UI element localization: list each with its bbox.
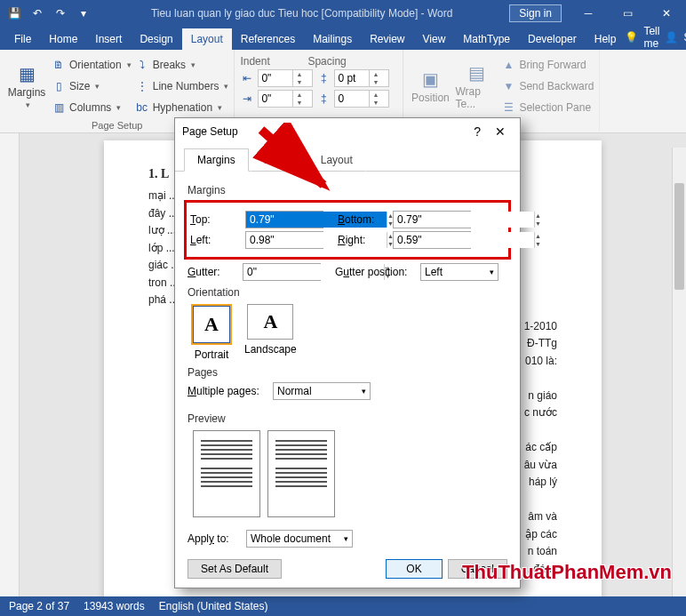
breaks-button[interactable]: ⤵Breaks▾ xyxy=(135,55,229,75)
tab-mailings[interactable]: Mailings xyxy=(304,28,361,50)
columns-button[interactable]: ▥Columns▾ xyxy=(52,98,132,117)
wrap-icon: ▤ xyxy=(468,62,485,84)
orientation-icon: 🗎 xyxy=(52,59,66,71)
orientation-section-label: Orientation xyxy=(187,286,507,299)
sign-in-button[interactable]: Sign in xyxy=(509,4,562,22)
vertical-ruler[interactable] xyxy=(0,133,20,596)
dialog-help-icon[interactable]: ? xyxy=(467,121,488,142)
page-setup-dialog: Page Setup ? ✕ Margins Paper Layout Marg… xyxy=(174,117,521,588)
position-button[interactable]: ▣Position xyxy=(409,53,451,118)
status-bar: Page 2 of 37 13943 words English (United… xyxy=(0,596,686,616)
multiple-pages-label: Multiple pages: xyxy=(187,385,267,397)
undo-icon[interactable]: ↶ xyxy=(27,3,48,24)
tab-design[interactable]: Design xyxy=(131,28,181,50)
set-default-button[interactable]: Set As Default xyxy=(187,559,282,579)
right-label: Right: xyxy=(338,234,387,246)
indent-left-input[interactable]: ▲▼ xyxy=(258,69,313,87)
landscape-option[interactable]: ALandscape xyxy=(244,304,297,361)
hyphenation-button[interactable]: bcHyphenation▾ xyxy=(135,98,229,117)
preview-area xyxy=(193,430,507,517)
top-label: Top: xyxy=(190,213,240,226)
dialog-tab-layout[interactable]: Layout xyxy=(307,148,366,172)
apply-to-label: Apply to: xyxy=(187,532,241,545)
tab-layout[interactable]: Layout xyxy=(182,28,232,50)
close-icon[interactable]: ✕ xyxy=(647,0,686,27)
top-input[interactable]: ▲▼ xyxy=(245,211,323,228)
space-after-icon: ‡ xyxy=(316,92,331,105)
dialog-tab-paper[interactable]: Paper xyxy=(251,148,306,172)
tab-developer[interactable]: Developer xyxy=(519,28,586,50)
tellme-icon: 💡 xyxy=(625,31,638,44)
tab-mathtype[interactable]: MathType xyxy=(454,28,519,50)
preview-page-2 xyxy=(267,430,335,517)
titlebar: 💾 ↶ ↷ ▾ Tieu luan quan ly giao duc Tieu … xyxy=(0,0,686,27)
vertical-scrollbar[interactable] xyxy=(672,148,686,596)
forward-icon: ▲ xyxy=(501,59,515,71)
ribbon-tabs: File Home Insert Design Layout Reference… xyxy=(0,27,686,50)
indent-right-input[interactable]: ▲▼ xyxy=(258,90,313,108)
tab-help[interactable]: Help xyxy=(586,28,626,50)
indent-left-icon: ⇤ xyxy=(240,72,254,84)
space-before-icon: ‡ xyxy=(316,72,331,84)
tab-insert[interactable]: Insert xyxy=(86,28,131,50)
indent-right-icon: ⇥ xyxy=(240,92,254,105)
right-input[interactable]: ▲▼ xyxy=(393,231,471,249)
dialog-tab-margins[interactable]: Margins xyxy=(184,148,249,172)
preview-section-label: Preview xyxy=(187,412,507,425)
selection-pane-button[interactable]: ☰Selection Pane xyxy=(501,98,594,117)
spacing-heading: Spacing xyxy=(307,55,346,68)
minimize-icon[interactable]: ─ xyxy=(569,0,608,27)
tab-references[interactable]: References xyxy=(232,28,304,50)
orientation-button[interactable]: 🗎Orientation▾ xyxy=(52,55,132,75)
line-numbers-button[interactable]: ⋮Line Numbers▾ xyxy=(135,76,229,96)
quick-access-toolbar: 💾 ↶ ↷ ▾ xyxy=(4,3,94,24)
size-button[interactable]: ▯Size▾ xyxy=(52,76,132,96)
status-words[interactable]: 13943 words xyxy=(84,600,145,612)
preview-page-1 xyxy=(193,430,260,517)
status-lang[interactable]: English (United States) xyxy=(159,600,268,612)
lineno-icon: ⋮ xyxy=(135,80,149,92)
space-before-input[interactable]: ▲▼ xyxy=(334,69,389,87)
tellme-label[interactable]: Tell me xyxy=(643,25,659,50)
size-icon: ▯ xyxy=(52,80,66,92)
save-icon[interactable]: 💾 xyxy=(4,3,25,24)
apply-to-select[interactable]: Whole document▾ xyxy=(246,530,353,548)
gutter-label: Gutter: xyxy=(187,266,237,278)
hyphen-icon: bc xyxy=(135,101,149,114)
left-label: Left: xyxy=(190,234,240,246)
dialog-titlebar[interactable]: Page Setup ? ✕ xyxy=(175,118,520,145)
dialog-title: Page Setup xyxy=(182,125,238,138)
status-page[interactable]: Page 2 of 37 xyxy=(9,600,69,612)
pages-section-label: Pages xyxy=(187,366,507,379)
breaks-icon: ⤵ xyxy=(135,59,149,71)
wrap-text-button[interactable]: ▤Wrap Te... xyxy=(455,53,498,118)
margins-button[interactable]: ▦ Margins▾ xyxy=(5,53,48,118)
bottom-input[interactable]: ▲▼ xyxy=(393,211,471,228)
send-backward-button[interactable]: ▼Send Backward xyxy=(501,76,594,96)
selpane-icon: ☰ xyxy=(501,101,515,114)
dialog-close-icon[interactable]: ✕ xyxy=(488,121,513,142)
multiple-pages-select[interactable]: Normal▾ xyxy=(273,382,371,400)
gutter-pos-label: Gutter position: xyxy=(335,266,415,278)
gutter-pos-select[interactable]: Left▾ xyxy=(420,263,499,281)
portrait-option[interactable]: APortrait xyxy=(191,304,232,361)
tab-view[interactable]: View xyxy=(414,28,455,50)
qat-customize-icon[interactable]: ▾ xyxy=(73,3,94,24)
tab-file[interactable]: File xyxy=(5,28,40,50)
backward-icon: ▼ xyxy=(501,80,515,92)
indent-heading: Indent xyxy=(240,55,304,68)
tab-review[interactable]: Review xyxy=(361,28,413,50)
share-icon: 👤 xyxy=(665,31,678,44)
position-icon: ▣ xyxy=(422,68,439,90)
bring-forward-button[interactable]: ▲Bring Forward xyxy=(501,55,594,75)
tab-home[interactable]: Home xyxy=(40,28,86,50)
ok-button[interactable]: OK xyxy=(386,559,442,579)
space-after-input[interactable]: ▲▼ xyxy=(334,90,389,108)
columns-icon: ▥ xyxy=(52,101,66,114)
watermark: ThuThuatPhanMem.vn xyxy=(462,561,672,584)
gutter-input[interactable]: ▲▼ xyxy=(243,263,321,281)
left-input[interactable]: ▲▼ xyxy=(245,231,323,249)
maximize-icon[interactable]: ▭ xyxy=(608,0,647,27)
redo-icon[interactable]: ↷ xyxy=(50,3,71,24)
dialog-tabs: Margins Paper Layout xyxy=(175,145,520,172)
